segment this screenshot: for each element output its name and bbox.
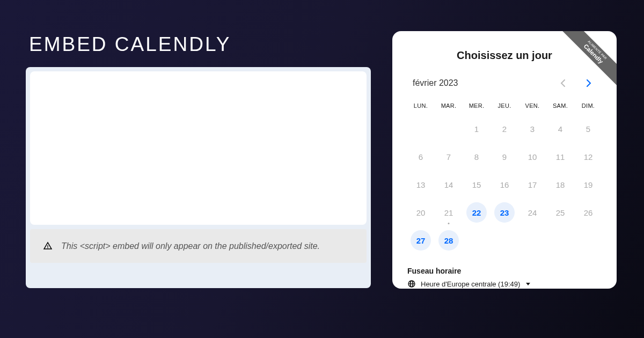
calendar-day-available[interactable]: 22 bbox=[466, 202, 487, 223]
calendar-day: 9 bbox=[491, 143, 518, 170]
calendar-day-available[interactable]: 27 bbox=[411, 230, 431, 251]
calendar-grid: 1234567891011121314151617181920212223242… bbox=[407, 115, 602, 254]
calendar-day: 6 bbox=[407, 143, 434, 170]
calendar-day: 8 bbox=[463, 143, 490, 170]
calendar-day: 17 bbox=[519, 171, 546, 198]
warning-text: This <script> embed will only appear on … bbox=[61, 240, 320, 252]
day-header: MAR. bbox=[435, 100, 462, 111]
warning-banner: This <script> embed will only appear on … bbox=[30, 229, 367, 263]
calendar-day: 10 bbox=[519, 143, 546, 170]
calendar-day: 7 bbox=[435, 143, 462, 170]
calendar-day: 3 bbox=[519, 115, 546, 142]
calendar-day: 25 bbox=[547, 199, 574, 226]
calendar-day bbox=[435, 115, 462, 142]
day-header: VEN. bbox=[519, 100, 546, 111]
day-header: MER. bbox=[463, 100, 490, 111]
page-title: EMBED CALENDLY bbox=[29, 33, 231, 56]
globe-icon bbox=[407, 280, 416, 288]
calendar-day: 20 bbox=[407, 199, 434, 226]
calendar-day: 11 bbox=[547, 143, 574, 170]
calendar-day bbox=[407, 115, 434, 142]
ribbon-small-text: ALIMENTÉ PAR bbox=[564, 31, 617, 84]
calendar-day: 1 bbox=[463, 115, 490, 142]
day-header: JEU. bbox=[491, 100, 518, 111]
calendar-day-available[interactable]: 28 bbox=[438, 230, 459, 251]
calendar-day: 21 bbox=[435, 199, 462, 226]
calendar-day: 26 bbox=[575, 199, 602, 226]
calendar-day: 14 bbox=[435, 171, 462, 198]
day-header: SAM. bbox=[547, 100, 574, 111]
calendar-day bbox=[491, 227, 518, 254]
calendar-day: 16 bbox=[491, 171, 518, 198]
embed-preview-panel: This <script> embed will only appear on … bbox=[26, 67, 371, 288]
calendar-day: 15 bbox=[463, 171, 490, 198]
calendar-day bbox=[547, 227, 574, 254]
calendar-day-available[interactable]: 23 bbox=[494, 202, 515, 223]
calendar-day: 19 bbox=[575, 171, 602, 198]
warning-icon bbox=[43, 241, 53, 251]
calendar-day: 13 bbox=[407, 171, 434, 198]
month-label: février 2023 bbox=[413, 78, 555, 88]
calendar-day: 24 bbox=[519, 199, 546, 226]
calendar-day: 2 bbox=[491, 115, 518, 142]
embed-placeholder bbox=[30, 71, 367, 225]
calendar-day bbox=[463, 227, 490, 254]
calendar-day bbox=[575, 227, 602, 254]
timezone-selector[interactable]: Heure d'Europe centrale (19:49) bbox=[407, 280, 602, 288]
timezone-label: Fuseau horaire bbox=[407, 267, 602, 275]
calendar-day: 12 bbox=[575, 143, 602, 170]
calendar-day: 5 bbox=[575, 115, 602, 142]
chevron-down-icon bbox=[526, 283, 530, 285]
day-header: LUN. bbox=[407, 100, 434, 111]
day-headers-row: LUN.MAR.MER.JEU.VEN.SAM.DIM. bbox=[407, 100, 602, 111]
calendar-day: 18 bbox=[547, 171, 574, 198]
calendar-day bbox=[519, 227, 546, 254]
calendly-widget: ALIMENTÉ PAR Calendly Choisissez un jour… bbox=[392, 31, 617, 289]
day-header: DIM. bbox=[575, 100, 602, 111]
powered-by-ribbon[interactable]: ALIMENTÉ PAR Calendly bbox=[552, 31, 617, 95]
calendar-day: 4 bbox=[547, 115, 574, 142]
timezone-value: Heure d'Europe centrale (19:49) bbox=[421, 280, 520, 288]
